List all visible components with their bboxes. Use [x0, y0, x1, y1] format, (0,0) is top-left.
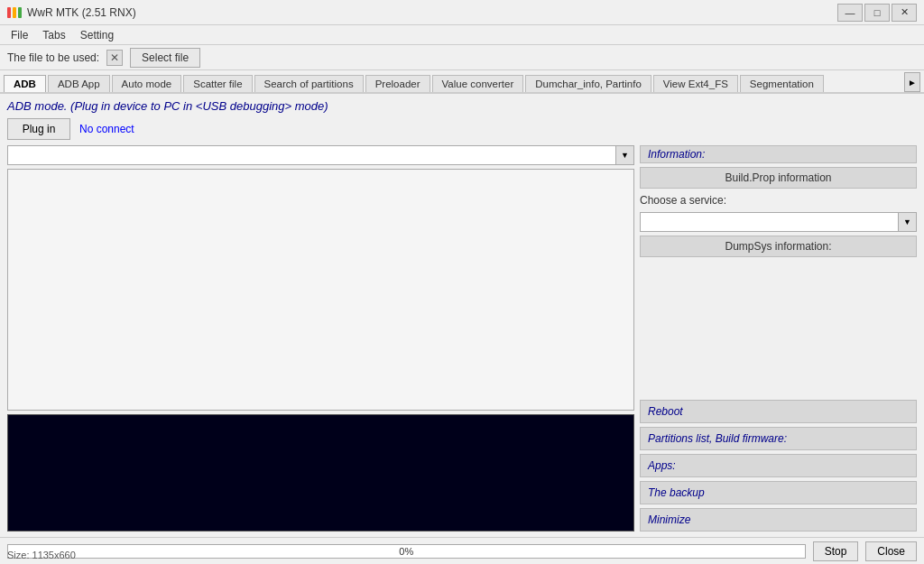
close-button[interactable]: Close	[865, 541, 917, 561]
device-dropdown-row: ▼	[7, 145, 634, 165]
info-label: Information:	[640, 145, 917, 163]
tab-view-ext4_fs[interactable]: View Ext4_FS	[653, 75, 738, 92]
menu-bar: File Tabs Setting	[0, 25, 924, 45]
service-dropdown-row: ▼	[640, 212, 917, 232]
tab-search-of-partitions[interactable]: Search of partitions	[254, 75, 364, 92]
main-output	[7, 169, 634, 411]
file-label: The file to be used:	[7, 51, 99, 64]
progress-bar: 0%	[7, 544, 806, 559]
panels: ▼ Information: Build.Prop information Ch…	[7, 145, 917, 532]
size-label: Size: 1135x660	[7, 550, 76, 560]
tab-segmentation[interactable]: Segmentation	[740, 75, 824, 92]
window-controls: — □ ✕	[837, 4, 917, 22]
plug-in-button[interactable]: Plug in	[7, 118, 70, 140]
status-bar: 0% Stop Close	[0, 537, 924, 564]
tab-preloader[interactable]: Preloader	[365, 75, 430, 92]
app-icon	[7, 5, 22, 20]
tab-adb[interactable]: ADB	[4, 75, 46, 92]
stop-button[interactable]: Stop	[813, 541, 859, 561]
menu-tabs[interactable]: Tabs	[35, 27, 72, 43]
reboot-button[interactable]: Reboot	[640, 400, 917, 423]
minimize-button[interactable]: —	[837, 4, 863, 22]
device-dropdown-arrow[interactable]: ▼	[616, 145, 634, 165]
backup-button[interactable]: The backup	[640, 481, 917, 504]
left-panel: ▼	[7, 145, 634, 532]
menu-file[interactable]: File	[4, 27, 35, 43]
connect-bar: Plug in No connect	[7, 118, 917, 140]
mode-line: ADB mode. (Plug in device to PC in <USB …	[7, 99, 917, 113]
tab-adb-app[interactable]: ADB App	[48, 75, 110, 92]
title-text: WwR MTK (2.51 RNX)	[27, 6, 837, 19]
dumpsys-button[interactable]: DumpSys information:	[640, 236, 917, 257]
menu-setting[interactable]: Setting	[73, 27, 121, 43]
connect-status: No connect	[79, 123, 134, 135]
clear-file-button[interactable]: ✕	[106, 50, 123, 66]
device-dropdown[interactable]	[7, 145, 616, 165]
terminal-output	[7, 414, 634, 532]
tab-value-converter[interactable]: Value converter	[432, 75, 524, 92]
apps-button[interactable]: Apps:	[640, 454, 917, 477]
tab-scroll-button[interactable]: ►	[904, 72, 920, 92]
build-prop-button[interactable]: Build.Prop information	[640, 167, 917, 189]
choose-service-label: Choose a service:	[640, 192, 917, 208]
progress-label: 0%	[8, 545, 805, 558]
partitions-button[interactable]: Partitions list, Build firmware:	[640, 427, 917, 450]
tab-scatter-file[interactable]: Scatter file	[183, 75, 252, 92]
select-file-button[interactable]: Select file	[130, 48, 200, 68]
right-panel: Information: Build.Prop information Choo…	[640, 145, 917, 532]
tab-dumchar_info,-partinfo[interactable]: Dumchar_info, Partinfo	[525, 75, 651, 92]
service-dropdown[interactable]	[640, 212, 899, 232]
minimize-panel-button[interactable]: Minimize	[640, 508, 917, 532]
service-dropdown-arrow[interactable]: ▼	[899, 212, 917, 232]
maximize-button[interactable]: □	[864, 4, 890, 22]
tab-auto-mode[interactable]: Auto mode	[112, 75, 182, 92]
title-bar: WwR MTK (2.51 RNX) — □ ✕	[0, 0, 924, 25]
tab-bar: ADBADB AppAuto modeScatter fileSearch of…	[0, 70, 924, 94]
window-close-button[interactable]: ✕	[892, 4, 917, 22]
main-content: ADB mode. (Plug in device to PC in <USB …	[0, 94, 924, 537]
file-bar: The file to be used: ✕ Select file	[0, 45, 924, 70]
